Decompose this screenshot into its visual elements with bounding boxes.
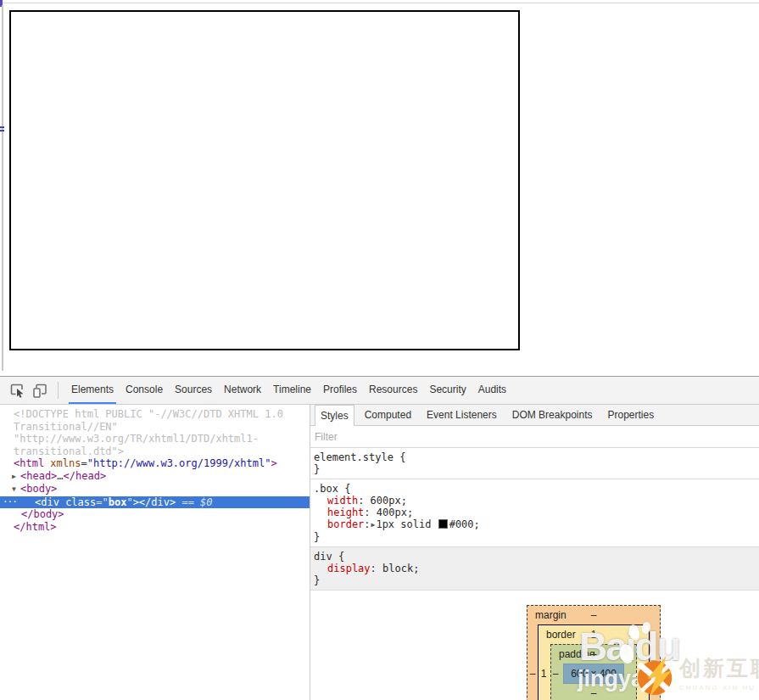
left-edge-line [2,5,3,371]
tab-elements[interactable]: Elements [65,377,120,404]
padding-left-value[interactable]: – [551,668,560,680]
metrics-padding-box[interactable]: padding – 600 × 400 – [550,644,637,700]
styles-filter-row [310,426,759,448]
collapsed-arrow-icon[interactable]: ▶ [12,471,20,484]
tab-resources[interactable]: Resources [363,377,423,404]
padding-label: padding [559,645,595,664]
margin-top-value[interactable]: – [591,609,597,621]
page-demo-box-div [9,10,520,350]
styles-filter-input[interactable] [310,431,741,443]
css-rule[interactable]: .box {width: 600px;height: 400px;border:… [310,479,759,547]
inspect-element-icon[interactable] [8,382,27,399]
devtools-toolbar: ElementsConsoleSourcesNetworkTimelinePro… [0,377,759,405]
devtools-tabs: ElementsConsoleSourcesNetworkTimelinePro… [65,377,512,404]
dom-tree-line[interactable]: ▶<head>…</head> [0,470,310,484]
box-model-diagram: margin – border 1 padding – [527,605,661,700]
css-selector: .box [314,483,338,495]
dom-tree-line[interactable]: ···<div class="box"></div> == $0 [0,496,310,509]
padding-bottom-value[interactable]: – [591,687,597,699]
tab-timeline[interactable]: Timeline [267,377,317,404]
metrics-margin-box[interactable]: margin – border 1 padding – [527,605,661,700]
dom-tree-line[interactable]: "http://www.w3.org/TR/xhtml1/DTD/xhtml1- [0,433,310,445]
margin-left-value[interactable]: – [528,668,537,680]
styles-panel: StylesComputedEvent ListenersDOM Breakpo… [310,405,759,700]
subtab-computed[interactable]: Computed [360,405,416,425]
devtools-panels: <!DOCTYPE html PUBLIC "-//W3C//DTD XHTML… [0,405,759,700]
dom-tree: <!DOCTYPE html PUBLIC "-//W3C//DTD XHTML… [0,405,310,700]
dom-tree-line[interactable]: Transitional//EN" [0,421,310,434]
edge-artifact [0,126,4,128]
tab-sources[interactable]: Sources [169,377,218,404]
css-selector: div [314,551,332,563]
css-property-line[interactable]: border:▶1px solid #000; [314,518,759,531]
margin-label: margin [535,606,566,624]
browser-screenshot: ElementsConsoleSourcesNetworkTimelinePro… [0,0,759,700]
tab-console[interactable]: Console [120,377,169,404]
cxhl-watermark-name: 创新互联 [679,654,759,682]
style-rules: element.style {}.box {width: 600px;heigh… [310,448,759,591]
dom-tree-line[interactable]: ▼<body> [0,483,310,496]
page-top-divider [0,3,759,3]
row-actions-dots[interactable]: ··· [3,496,17,509]
border-left-value[interactable]: 1 [539,668,548,680]
tab-security[interactable]: Security [423,377,472,404]
subtab-properties[interactable]: Properties [602,405,659,425]
dom-tree-line[interactable]: <html xmlns="http://www.w3.org/1999/xhtm… [0,457,310,470]
border-top-value[interactable]: 1 [591,629,597,641]
css-rule[interactable]: div {display: block;} [310,547,759,591]
metrics-content-box[interactable]: 600 × 400 [563,664,624,684]
dom-tree-line[interactable]: </html> [0,521,310,534]
css-property-line[interactable]: display: block; [314,563,759,574]
metrics-border-box[interactable]: border 1 padding – 600 × 400 [538,624,650,700]
expanded-arrow-icon[interactable]: ▼ [12,484,20,496]
dom-tree-line[interactable]: <!DOCTYPE html PUBLIC "-//W3C//DTD XHTML… [0,408,310,421]
dom-tree-line[interactable]: </body> [0,508,310,521]
edge-artifact [0,130,4,132]
content-size-value: 600 × 400 [571,668,617,680]
toolbar-separator [58,382,59,399]
subtab-event-listeners[interactable]: Event Listeners [421,405,502,425]
cxhl-watermark-subtext: CHUANG XIN HU LIAN [679,684,759,692]
css-property-line[interactable]: height: 400px; [314,507,759,518]
expand-shorthand-icon[interactable]: ▶ [371,521,377,529]
border-label: border [546,625,576,644]
subtab-dom-breakpoints[interactable]: DOM Breakpoints [507,405,598,425]
color-swatch[interactable] [438,519,448,529]
css-rule[interactable]: element.style {} [310,448,759,479]
css-property-line[interactable]: width: 600px; [314,495,759,507]
tab-audits[interactable]: Audits [472,377,512,404]
devtools-panel: ElementsConsoleSourcesNetworkTimelinePro… [0,376,759,700]
styles-subtabs: StylesComputedEvent ListenersDOM Breakpo… [310,405,759,426]
css-selector: element.style [314,451,393,463]
tab-profiles[interactable]: Profiles [317,377,363,404]
subtab-styles[interactable]: Styles [315,405,354,426]
device-toolbar-icon[interactable] [31,382,49,399]
dom-tree-line[interactable]: transitional.dtd"> [0,445,310,458]
tab-network[interactable]: Network [218,377,267,404]
